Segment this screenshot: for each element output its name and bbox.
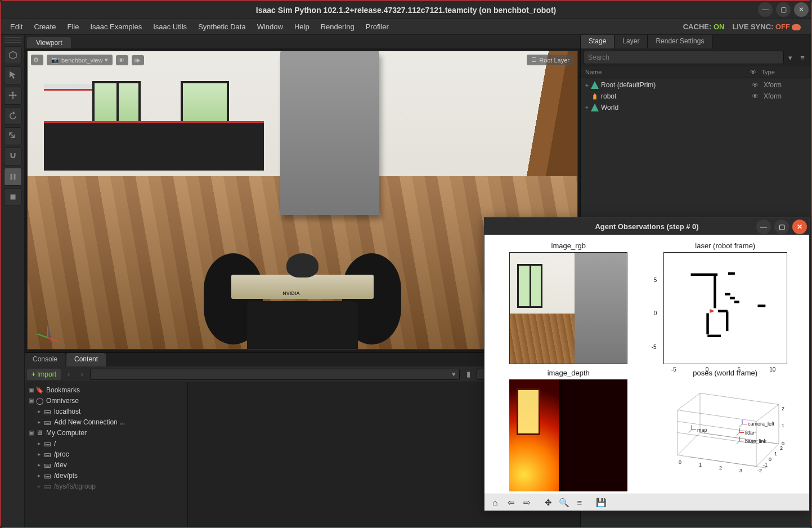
tree-localhost[interactable]: ▸🖴localhost: [27, 406, 185, 417]
stop-icon[interactable]: [4, 188, 22, 206]
menu-window[interactable]: Window: [253, 21, 288, 33]
tab-console[interactable]: Console: [25, 353, 65, 366]
tree-path-devpts[interactable]: ▸🖴/dev/pts: [27, 470, 185, 481]
tree-mycomputer[interactable]: ▣🖥My Computer: [27, 427, 185, 438]
svg-text:3: 3: [739, 468, 742, 473]
robot-brand-label: NVIDIA: [282, 290, 300, 296]
agent-maximize-button[interactable]: ▢: [774, 220, 789, 234]
window-titlebar: Isaac Sim Python 102.1.2+release.47327.1…: [1, 1, 811, 19]
snap-tool-icon[interactable]: [4, 147, 22, 165]
move-tool-icon[interactable]: [4, 87, 22, 105]
mpl-forward-icon[interactable]: ⇨: [519, 496, 534, 509]
svg-line-22: [737, 433, 739, 436]
cube-tool-icon[interactable]: [4, 46, 22, 64]
agent-observations-window[interactable]: Agent Observations (step # 0) — ▢ ✕ imag…: [484, 217, 810, 511]
menu-rendering[interactable]: Rendering: [316, 21, 359, 33]
agent-close-button[interactable]: ✕: [792, 220, 807, 234]
menu-help[interactable]: Help: [290, 21, 314, 33]
stage-row-robot[interactable]: robot👁Xform: [583, 91, 809, 102]
tab-render-settings[interactable]: Render Settings: [648, 35, 712, 48]
filter-icon[interactable]: ▾: [784, 51, 796, 64]
matplotlib-toolbar: ⌂ ⇦ ⇨ ✥ 🔍 ≡ 💾: [484, 494, 809, 511]
menu-bar: Edit Create File Isaac Examples Isaac Ut…: [1, 19, 811, 35]
scale-tool-icon[interactable]: [4, 127, 22, 145]
menu-isaac-utils[interactable]: Isaac Utils: [149, 21, 191, 33]
svg-text:1: 1: [774, 451, 777, 457]
tab-layer[interactable]: Layer: [614, 35, 648, 48]
robot-icon: [591, 92, 599, 100]
xform-icon: [591, 81, 599, 89]
window-maximize-button[interactable]: ▢: [776, 2, 791, 17]
tree-add-connection[interactable]: ▸🖴Add New Connection ...: [27, 417, 185, 427]
mpl-zoom-icon[interactable]: 🔍: [557, 496, 571, 509]
mpl-save-icon[interactable]: 💾: [594, 496, 608, 509]
bookmark-icon[interactable]: ▮: [462, 368, 474, 381]
stage-columns: Name 👁 Type: [581, 66, 811, 78]
tree-bookmarks[interactable]: ▣🔖Bookmarks: [27, 384, 185, 395]
tab-content[interactable]: Content: [66, 353, 106, 366]
mpl-config-icon[interactable]: ≡: [572, 496, 587, 509]
tree-path-cgroup[interactable]: ▸🖴/sys/fs/cgroup: [27, 481, 185, 491]
svg-rect-4: [730, 297, 735, 299]
import-button[interactable]: +Import: [27, 369, 61, 380]
livesync-status[interactable]: LIVE SYNC: OFF: [732, 23, 801, 31]
stage-search-input[interactable]: [583, 51, 784, 64]
toolbar-grip: [5, 37, 21, 43]
options-icon[interactable]: ≡: [796, 51, 809, 64]
nav-fwd-icon[interactable]: ›: [77, 370, 88, 378]
root-layer-chip[interactable]: ☰ Root Layer: [527, 55, 574, 65]
svg-rect-2: [714, 275, 716, 308]
menu-file[interactable]: File: [62, 21, 83, 33]
svg-text:1: 1: [699, 462, 702, 468]
svg-text:2: 2: [719, 465, 722, 471]
mpl-home-icon[interactable]: ⌂: [488, 496, 503, 509]
svg-text:2: 2: [780, 445, 783, 451]
svg-text:2: 2: [782, 406, 784, 411]
xform-icon: [591, 104, 599, 111]
svg-text:map: map: [697, 427, 707, 433]
axis-gizmo[interactable]: [33, 315, 61, 343]
camera-selector[interactable]: 📷 benchbot_view ▾: [47, 55, 113, 65]
tree-path-dev[interactable]: ▸🖴/dev: [27, 459, 185, 470]
window-title: Isaac Sim Python 102.1.2+release.47327.1…: [256, 6, 556, 15]
cache-status: CACHE: ON: [683, 23, 725, 31]
stage-row-world[interactable]: +World: [583, 102, 809, 113]
tree-omniverse[interactable]: ▣◯Omniverse: [27, 395, 185, 406]
content-tree: ▣🔖Bookmarks ▣◯Omniverse ▸🖴localhost ▸🖴Ad…: [25, 382, 188, 527]
nav-back-icon[interactable]: ‹: [63, 370, 74, 378]
svg-text:-2: -2: [757, 468, 762, 473]
svg-rect-5: [734, 301, 739, 303]
viewport-tabs: Viewport: [25, 35, 580, 48]
svg-rect-1: [728, 272, 735, 275]
menu-synthetic-data[interactable]: Synthetic Data: [194, 21, 250, 33]
stage-tree: +Root (defaultPrim)👁Xform robot👁Xform +W…: [581, 78, 811, 114]
pause-icon[interactable]: [4, 168, 22, 186]
svg-rect-3: [725, 293, 730, 295]
stage-row-root[interactable]: +Root (defaultPrim)👁Xform: [583, 79, 809, 91]
menu-profiler[interactable]: Profiler: [361, 21, 393, 33]
eye-icon: 👁: [744, 69, 761, 75]
svg-rect-6: [757, 305, 765, 307]
tree-path-root[interactable]: ▸🖴/: [27, 438, 185, 449]
visibility-icon[interactable]: 👁: [116, 55, 128, 65]
tree-path-proc[interactable]: ▸🖴/proc: [27, 449, 185, 459]
tab-stage[interactable]: Stage: [581, 35, 614, 48]
tab-viewport[interactable]: Viewport: [27, 37, 71, 48]
menu-isaac-examples[interactable]: Isaac Examples: [86, 21, 146, 33]
window-close-button[interactable]: ✕: [794, 2, 809, 17]
mpl-back-icon[interactable]: ⇦: [504, 496, 518, 509]
svg-line-18: [739, 424, 742, 427]
mpl-pan-icon[interactable]: ✥: [541, 496, 555, 509]
select-tool-icon[interactable]: [4, 66, 22, 84]
left-toolbar: [1, 35, 25, 527]
svg-text:lidar: lidar: [745, 430, 755, 436]
svg-text:camera_left: camera_left: [748, 421, 775, 427]
agent-minimize-button[interactable]: —: [756, 220, 771, 234]
menu-create[interactable]: Create: [29, 21, 60, 33]
rotate-tool-icon[interactable]: [4, 107, 22, 125]
window-minimize-button[interactable]: —: [758, 2, 773, 17]
menu-edit[interactable]: Edit: [6, 21, 27, 33]
viewport-settings-icon[interactable]: ⚙: [31, 55, 43, 65]
audio-icon[interactable]: 🕪: [132, 55, 144, 65]
path-field[interactable]: ▾: [90, 369, 460, 380]
